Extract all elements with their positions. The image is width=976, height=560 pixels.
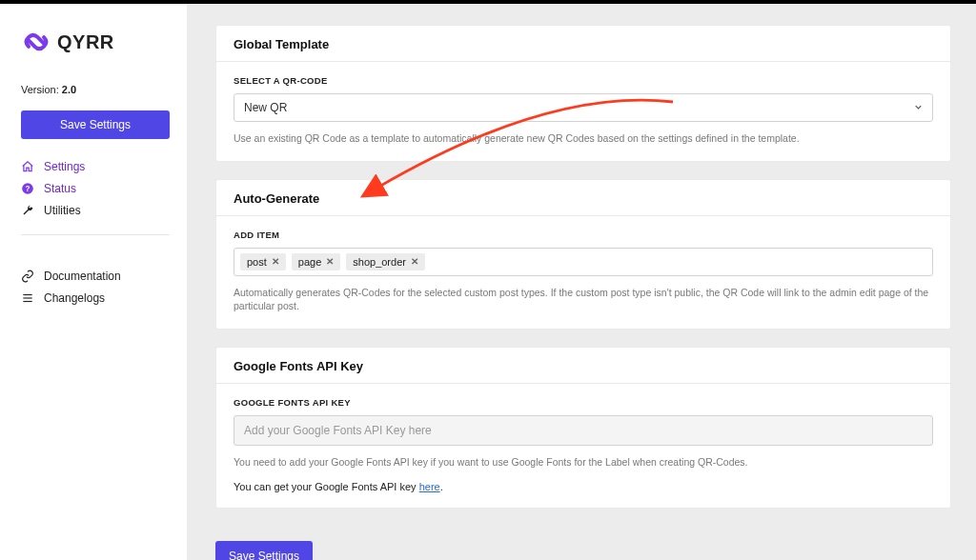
list-icon bbox=[21, 291, 34, 305]
qr-template-select[interactable]: New QR bbox=[234, 93, 933, 122]
field-label-select-qr: SELECT A QR-CODE bbox=[234, 75, 933, 86]
sidebar: QYRR Version: 2.0 Save Settings Settings… bbox=[0, 4, 187, 560]
sidebar-links: Documentation Changelogs bbox=[21, 270, 170, 305]
main-content: Global Template SELECT A QR-CODE New QR … bbox=[187, 4, 976, 560]
tag-label: page bbox=[298, 256, 321, 268]
version-label: Version: 2.0 bbox=[21, 84, 170, 95]
sidebar-item-status[interactable]: ? Status bbox=[21, 182, 170, 195]
tag-remove-icon[interactable]: ✕ bbox=[326, 256, 334, 267]
sidebar-link-label: Changelogs bbox=[44, 291, 105, 305]
google-fonts-api-key-input[interactable] bbox=[234, 415, 933, 446]
sidebar-nav: Settings ? Status Utilities bbox=[21, 160, 170, 217]
brand-logo-icon bbox=[21, 27, 51, 57]
panel-auto-generate: Auto-Generate ADD ITEM post ✕ page ✕ sho… bbox=[215, 179, 951, 330]
help-text-google-fonts: You need to add your Google Fonts API ke… bbox=[234, 455, 933, 470]
sidebar-item-utilities[interactable]: Utilities bbox=[21, 204, 170, 217]
tag-label: shop_order bbox=[353, 256, 406, 268]
sidebar-link-label: Documentation bbox=[44, 270, 121, 283]
brand-logo: QYRR bbox=[21, 27, 170, 57]
question-icon: ? bbox=[21, 182, 34, 195]
tag-remove-icon[interactable]: ✕ bbox=[411, 256, 418, 267]
google-fonts-note: You can get your Google Fonts API key he… bbox=[234, 481, 933, 492]
svg-text:?: ? bbox=[26, 185, 30, 193]
save-settings-button[interactable]: Save Settings bbox=[215, 541, 313, 560]
tag-label: post bbox=[247, 256, 267, 268]
tag-remove-icon[interactable]: ✕ bbox=[272, 256, 279, 267]
link-icon bbox=[21, 270, 34, 283]
wrench-icon bbox=[21, 204, 34, 217]
sidebar-divider bbox=[21, 234, 170, 235]
panel-global-template: Global Template SELECT A QR-CODE New QR … bbox=[215, 25, 951, 162]
tag-post: post ✕ bbox=[240, 253, 286, 270]
panel-title: Global Template bbox=[216, 26, 950, 62]
google-fonts-link[interactable]: here bbox=[419, 481, 440, 492]
sidebar-item-label: Status bbox=[44, 182, 76, 195]
brand-name: QYRR bbox=[57, 31, 114, 53]
sidebar-item-label: Utilities bbox=[44, 204, 81, 217]
sidebar-item-label: Settings bbox=[44, 160, 85, 173]
sidebar-link-changelogs[interactable]: Changelogs bbox=[21, 291, 170, 305]
tag-shop-order: shop_order ✕ bbox=[346, 253, 425, 270]
post-type-tag-input[interactable]: post ✕ page ✕ shop_order ✕ bbox=[234, 248, 933, 276]
field-label-api-key: GOOGLE FONTS API KEY bbox=[234, 397, 933, 408]
help-text-global-template: Use an existing QR Code as a template to… bbox=[234, 131, 933, 146]
field-label-add-item: ADD ITEM bbox=[234, 230, 933, 240]
panel-title: Auto-Generate bbox=[216, 180, 950, 216]
tag-page: page ✕ bbox=[292, 253, 340, 270]
home-icon bbox=[21, 160, 34, 173]
sidebar-item-settings[interactable]: Settings bbox=[21, 160, 170, 173]
sidebar-link-documentation[interactable]: Documentation bbox=[21, 270, 170, 283]
panel-title: Google Fonts API Key bbox=[216, 348, 950, 384]
help-text-auto-generate: Automatically generates QR-Codes for the… bbox=[234, 286, 933, 313]
save-settings-sidebar-button[interactable]: Save Settings bbox=[21, 110, 170, 139]
panel-google-fonts: Google Fonts API Key GOOGLE FONTS API KE… bbox=[215, 347, 951, 509]
